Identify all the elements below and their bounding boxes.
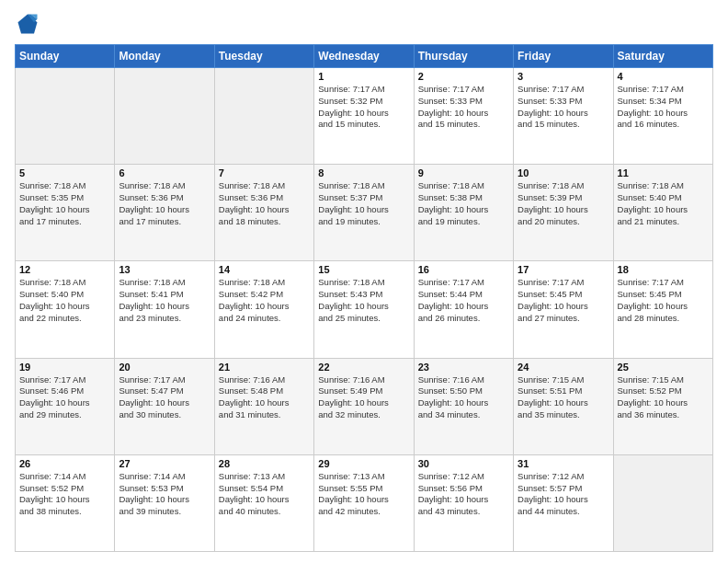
calendar-cell: 4Sunrise: 7:17 AM Sunset: 5:34 PM Daylig… — [613, 68, 712, 165]
day-number: 28 — [219, 458, 310, 469]
calendar-cell: 3Sunrise: 7:17 AM Sunset: 5:33 PM Daylig… — [514, 68, 613, 165]
day-number: 7 — [219, 167, 310, 178]
calendar-week-1: 1Sunrise: 7:17 AM Sunset: 5:32 PM Daylig… — [16, 68, 713, 165]
logo-icon — [15, 11, 40, 37]
calendar-cell: 27Sunrise: 7:14 AM Sunset: 5:53 PM Dayli… — [115, 454, 214, 551]
calendar-cell — [16, 68, 115, 165]
day-info: Sunrise: 7:18 AM Sunset: 5:39 PM Dayligh… — [518, 180, 609, 227]
calendar-body: 1Sunrise: 7:17 AM Sunset: 5:32 PM Daylig… — [16, 68, 713, 552]
day-number: 3 — [518, 71, 609, 82]
day-number: 11 — [618, 167, 709, 178]
day-info: Sunrise: 7:12 AM Sunset: 5:57 PM Dayligh… — [518, 471, 609, 518]
day-number: 10 — [518, 167, 609, 178]
day-info: Sunrise: 7:17 AM Sunset: 5:47 PM Dayligh… — [119, 374, 210, 421]
day-number: 21 — [219, 362, 310, 373]
day-number: 15 — [318, 264, 409, 275]
calendar-week-5: 26Sunrise: 7:14 AM Sunset: 5:52 PM Dayli… — [16, 454, 713, 551]
logo — [15, 11, 44, 37]
calendar-cell: 23Sunrise: 7:16 AM Sunset: 5:50 PM Dayli… — [414, 358, 513, 454]
day-number: 9 — [418, 167, 509, 178]
calendar-cell: 12Sunrise: 7:18 AM Sunset: 5:40 PM Dayli… — [16, 261, 115, 358]
header — [15, 11, 713, 37]
day-info: Sunrise: 7:18 AM Sunset: 5:35 PM Dayligh… — [19, 180, 110, 227]
day-info: Sunrise: 7:14 AM Sunset: 5:52 PM Dayligh… — [19, 471, 110, 518]
day-number: 18 — [618, 264, 709, 275]
day-info: Sunrise: 7:16 AM Sunset: 5:48 PM Dayligh… — [219, 374, 310, 421]
day-number: 26 — [19, 458, 110, 469]
calendar-cell: 5Sunrise: 7:18 AM Sunset: 5:35 PM Daylig… — [16, 165, 115, 261]
day-info: Sunrise: 7:17 AM Sunset: 5:44 PM Dayligh… — [418, 277, 509, 324]
day-info: Sunrise: 7:13 AM Sunset: 5:55 PM Dayligh… — [318, 471, 409, 518]
day-number: 19 — [19, 362, 110, 373]
day-info: Sunrise: 7:15 AM Sunset: 5:52 PM Dayligh… — [618, 374, 709, 421]
calendar-week-2: 5Sunrise: 7:18 AM Sunset: 5:35 PM Daylig… — [16, 165, 713, 261]
day-info: Sunrise: 7:17 AM Sunset: 5:32 PM Dayligh… — [318, 84, 409, 131]
day-number: 2 — [418, 71, 509, 82]
day-info: Sunrise: 7:14 AM Sunset: 5:53 PM Dayligh… — [119, 471, 210, 518]
calendar-cell — [115, 68, 214, 165]
calendar-cell: 26Sunrise: 7:14 AM Sunset: 5:52 PM Dayli… — [16, 454, 115, 551]
day-number: 12 — [19, 264, 110, 275]
day-number: 20 — [119, 362, 210, 373]
weekday-header-friday: Friday — [514, 45, 613, 68]
day-info: Sunrise: 7:18 AM Sunset: 5:40 PM Dayligh… — [19, 277, 110, 324]
calendar-cell: 21Sunrise: 7:16 AM Sunset: 5:48 PM Dayli… — [214, 358, 313, 454]
day-info: Sunrise: 7:16 AM Sunset: 5:49 PM Dayligh… — [318, 374, 409, 421]
weekday-header-sunday: Sunday — [16, 45, 115, 68]
day-info: Sunrise: 7:18 AM Sunset: 5:41 PM Dayligh… — [119, 277, 210, 324]
calendar-cell: 13Sunrise: 7:18 AM Sunset: 5:41 PM Dayli… — [115, 261, 214, 358]
weekday-header-monday: Monday — [115, 45, 214, 68]
weekday-header-saturday: Saturday — [613, 45, 712, 68]
day-info: Sunrise: 7:18 AM Sunset: 5:38 PM Dayligh… — [418, 180, 509, 227]
day-info: Sunrise: 7:12 AM Sunset: 5:56 PM Dayligh… — [418, 471, 509, 518]
calendar-cell: 2Sunrise: 7:17 AM Sunset: 5:33 PM Daylig… — [414, 68, 513, 165]
day-number: 17 — [518, 264, 609, 275]
calendar-cell — [613, 454, 712, 551]
day-info: Sunrise: 7:16 AM Sunset: 5:50 PM Dayligh… — [418, 374, 509, 421]
calendar-cell: 11Sunrise: 7:18 AM Sunset: 5:40 PM Dayli… — [613, 165, 712, 261]
day-info: Sunrise: 7:13 AM Sunset: 5:54 PM Dayligh… — [219, 471, 310, 518]
day-number: 6 — [119, 167, 210, 178]
weekday-header-tuesday: Tuesday — [214, 45, 313, 68]
calendar-cell: 7Sunrise: 7:18 AM Sunset: 5:36 PM Daylig… — [214, 165, 313, 261]
calendar-cell: 25Sunrise: 7:15 AM Sunset: 5:52 PM Dayli… — [613, 358, 712, 454]
calendar-cell: 15Sunrise: 7:18 AM Sunset: 5:43 PM Dayli… — [314, 261, 414, 358]
day-info: Sunrise: 7:18 AM Sunset: 5:37 PM Dayligh… — [318, 180, 409, 227]
weekday-header-row: SundayMondayTuesdayWednesdayThursdayFrid… — [16, 45, 713, 68]
day-info: Sunrise: 7:18 AM Sunset: 5:42 PM Dayligh… — [219, 277, 310, 324]
calendar-week-4: 19Sunrise: 7:17 AM Sunset: 5:46 PM Dayli… — [16, 358, 713, 454]
day-number: 23 — [418, 362, 509, 373]
calendar-cell: 30Sunrise: 7:12 AM Sunset: 5:56 PM Dayli… — [414, 454, 513, 551]
day-number: 24 — [518, 362, 609, 373]
day-info: Sunrise: 7:17 AM Sunset: 5:34 PM Dayligh… — [618, 84, 709, 131]
day-info: Sunrise: 7:18 AM Sunset: 5:40 PM Dayligh… — [618, 180, 709, 227]
calendar-cell: 8Sunrise: 7:18 AM Sunset: 5:37 PM Daylig… — [314, 165, 414, 261]
calendar-cell: 20Sunrise: 7:17 AM Sunset: 5:47 PM Dayli… — [115, 358, 214, 454]
day-number: 31 — [518, 458, 609, 469]
calendar-cell: 28Sunrise: 7:13 AM Sunset: 5:54 PM Dayli… — [214, 454, 313, 551]
weekday-header-wednesday: Wednesday — [314, 45, 414, 68]
day-info: Sunrise: 7:17 AM Sunset: 5:33 PM Dayligh… — [518, 84, 609, 131]
day-number: 29 — [318, 458, 409, 469]
day-info: Sunrise: 7:18 AM Sunset: 5:43 PM Dayligh… — [318, 277, 409, 324]
calendar-cell: 17Sunrise: 7:17 AM Sunset: 5:45 PM Dayli… — [514, 261, 613, 358]
calendar-cell: 1Sunrise: 7:17 AM Sunset: 5:32 PM Daylig… — [314, 68, 414, 165]
calendar-cell: 19Sunrise: 7:17 AM Sunset: 5:46 PM Dayli… — [16, 358, 115, 454]
calendar-cell: 6Sunrise: 7:18 AM Sunset: 5:36 PM Daylig… — [115, 165, 214, 261]
calendar-cell: 29Sunrise: 7:13 AM Sunset: 5:55 PM Dayli… — [314, 454, 414, 551]
day-number: 25 — [618, 362, 709, 373]
calendar-header: SundayMondayTuesdayWednesdayThursdayFrid… — [16, 45, 713, 68]
calendar-cell — [214, 68, 313, 165]
calendar-cell: 10Sunrise: 7:18 AM Sunset: 5:39 PM Dayli… — [514, 165, 613, 261]
day-info: Sunrise: 7:17 AM Sunset: 5:45 PM Dayligh… — [518, 277, 609, 324]
calendar-cell: 31Sunrise: 7:12 AM Sunset: 5:57 PM Dayli… — [514, 454, 613, 551]
day-number: 8 — [318, 167, 409, 178]
day-number: 1 — [318, 71, 409, 82]
calendar-table: SundayMondayTuesdayWednesdayThursdayFrid… — [15, 44, 713, 552]
day-number: 14 — [219, 264, 310, 275]
calendar-cell: 16Sunrise: 7:17 AM Sunset: 5:44 PM Dayli… — [414, 261, 513, 358]
page: SundayMondayTuesdayWednesdayThursdayFrid… — [0, 0, 728, 563]
calendar-cell: 18Sunrise: 7:17 AM Sunset: 5:45 PM Dayli… — [613, 261, 712, 358]
weekday-header-thursday: Thursday — [414, 45, 513, 68]
calendar-week-3: 12Sunrise: 7:18 AM Sunset: 5:40 PM Dayli… — [16, 261, 713, 358]
